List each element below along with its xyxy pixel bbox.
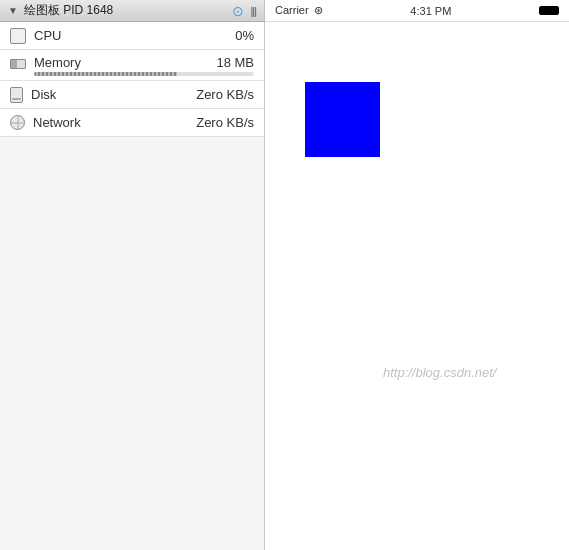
app-container: ▼ 绘图板 PID 1648 ⊙ ||| Carrier ⊛ 4:31 PM C…: [0, 0, 569, 550]
dropdown-arrow-icon: ▼: [8, 5, 18, 16]
memory-section: Memory 18 MB: [0, 50, 264, 81]
watermark: http://blog.csdn.net/: [383, 365, 496, 380]
instruments-title-bar: ▼ 绘图板 PID 1648 ⊙ |||: [0, 0, 265, 22]
ios-carrier: Carrier ⊛: [275, 4, 323, 17]
record-icon[interactable]: ⊙: [232, 3, 244, 19]
cpu-label: CPU: [34, 28, 235, 43]
memory-icon: [10, 59, 26, 69]
cpu-row[interactable]: CPU 0%: [0, 22, 264, 50]
memory-bar-fill: [34, 72, 177, 76]
disk-label: Disk: [31, 87, 196, 102]
network-value: Zero KB/s: [196, 115, 254, 130]
ios-battery-icon: [539, 6, 559, 15]
blue-rectangle: [305, 82, 380, 157]
ios-status-bar: Carrier ⊛ 4:31 PM: [265, 0, 569, 22]
memory-row[interactable]: Memory 18 MB: [0, 50, 264, 72]
disk-icon: [10, 87, 23, 103]
cpu-value: 0%: [235, 28, 254, 43]
ios-time: 4:31 PM: [410, 5, 451, 17]
top-bar-row: ▼ 绘图板 PID 1648 ⊙ ||| Carrier ⊛ 4:31 PM: [0, 0, 569, 22]
network-label: Network: [33, 115, 196, 130]
instruments-title: 绘图板 PID 1648: [24, 2, 227, 19]
disk-value: Zero KB/s: [196, 87, 254, 102]
network-icon: [10, 115, 25, 130]
memory-label: Memory: [34, 55, 216, 70]
instruments-empty: [0, 137, 264, 550]
main-content: CPU 0% Memory 18 MB: [0, 22, 569, 550]
cpu-icon: [10, 28, 26, 44]
audio-icon[interactable]: |||: [250, 5, 256, 17]
ios-wifi-icon: ⊛: [314, 4, 323, 16]
ios-app-panel: http://blog.csdn.net/: [265, 22, 569, 550]
disk-row[interactable]: Disk Zero KB/s: [0, 81, 264, 109]
instruments-panel: CPU 0% Memory 18 MB: [0, 22, 265, 550]
memory-bar-bg: [34, 72, 254, 76]
network-row[interactable]: Network Zero KB/s: [0, 109, 264, 137]
memory-value: 18 MB: [216, 55, 254, 70]
memory-bar-row: [0, 72, 264, 80]
